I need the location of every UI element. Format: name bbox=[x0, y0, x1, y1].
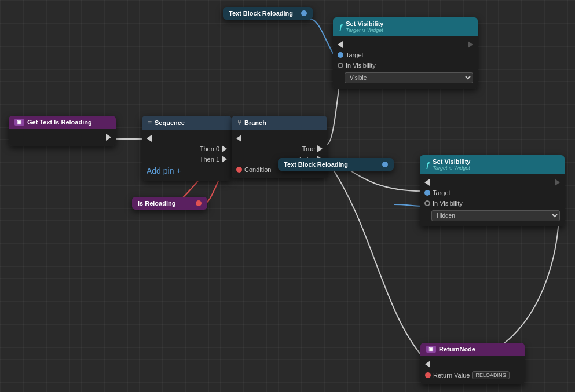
branch-condition-pin bbox=[236, 167, 242, 173]
return-value-badge: RELOADING bbox=[472, 371, 510, 379]
is-reloading-node: Is Reloading bbox=[132, 197, 207, 210]
get-text-header: ▣ Get Text Is Reloading bbox=[9, 116, 116, 129]
textblock-top-node: Text Block Reloading bbox=[223, 7, 313, 20]
branch-true-label: True bbox=[302, 145, 315, 152]
textblock-bottom-out-pin bbox=[382, 162, 388, 167]
sequence-addpin-row[interactable]: Add pin + bbox=[142, 164, 232, 177]
set-vis-bottom-exec-row bbox=[420, 177, 565, 188]
get-text-body bbox=[9, 129, 116, 146]
set-vis-top-subtitle: Target is Widget bbox=[346, 27, 383, 33]
textblock-bottom-header: Text Block Reloading bbox=[278, 158, 394, 171]
set-vis-bottom-subtitle: Target is Widget bbox=[433, 165, 470, 171]
set-vis-bottom-body: Target In Visibility Visible Hidden HitT… bbox=[420, 174, 565, 226]
textblock-bottom-node: Text Block Reloading bbox=[278, 158, 394, 171]
sequence-exec-in-row bbox=[142, 133, 232, 144]
set-vis-bottom-select-row[interactable]: Visible Hidden HitTestInvisible Collapse… bbox=[420, 208, 565, 223]
branch-body: True False Condition bbox=[232, 130, 327, 178]
set-vis-bottom-vis-label: In Visibility bbox=[433, 200, 463, 207]
set-vis-bottom-icon: ƒ bbox=[426, 160, 430, 169]
return-header: ▣ ReturnNode bbox=[420, 343, 525, 356]
sequence-addpin-button[interactable]: Add pin + bbox=[147, 166, 181, 175]
set-vis-top-exec-row bbox=[333, 39, 478, 50]
get-text-title: Get Text Is Reloading bbox=[27, 119, 92, 126]
branch-condition-label: Condition bbox=[244, 166, 271, 173]
return-value-label: Return Value bbox=[433, 372, 470, 379]
return-node: ▣ ReturnNode Return Value RELOADING bbox=[420, 343, 525, 384]
is-reloading-out-pin bbox=[196, 200, 202, 206]
sequence-icon: ≡ bbox=[148, 119, 152, 127]
set-vis-bottom-title: Set Visibility bbox=[433, 158, 470, 165]
set-vis-bottom-target-row: Target bbox=[420, 188, 565, 198]
set-vis-top-node: ƒ Set Visibility Target is Widget Target… bbox=[333, 17, 478, 89]
return-value-pin bbox=[425, 372, 431, 378]
set-vis-bottom-exec-out bbox=[555, 179, 560, 186]
sequence-exec-in-pin bbox=[147, 135, 152, 142]
get-text-output-row bbox=[9, 132, 116, 142]
sequence-then1-row: Then 1 bbox=[142, 154, 232, 164]
sequence-then0-label: Then 0 bbox=[200, 145, 219, 152]
get-text-icon: ▣ bbox=[14, 119, 24, 126]
set-vis-top-header: ƒ Set Visibility Target is Widget bbox=[333, 17, 478, 36]
branch-exec-in-pin bbox=[236, 135, 241, 142]
sequence-then1-label: Then 1 bbox=[200, 156, 219, 163]
get-text-node: ▣ Get Text Is Reloading bbox=[9, 116, 116, 146]
set-vis-bottom-node: ƒ Set Visibility Target is Widget Target… bbox=[420, 155, 565, 226]
set-vis-top-select-row[interactable]: Visible Hidden HitTestInvisible Collapse… bbox=[333, 71, 478, 85]
set-vis-top-title: Set Visibility bbox=[346, 20, 383, 27]
set-vis-bottom-invisibility-row: In Visibility bbox=[420, 198, 565, 208]
set-vis-top-target-row: Target bbox=[333, 50, 478, 60]
sequence-then0-row: Then 0 bbox=[142, 144, 232, 154]
branch-true-row: True bbox=[232, 144, 327, 154]
set-vis-top-icon: ƒ bbox=[339, 23, 343, 31]
branch-exec-in-row bbox=[232, 133, 327, 144]
set-vis-bottom-select[interactable]: Visible Hidden HitTestInvisible Collapse… bbox=[431, 210, 560, 221]
set-vis-top-target-pin bbox=[338, 52, 343, 58]
set-vis-top-body: Target In Visibility Visible Hidden HitT… bbox=[333, 36, 478, 89]
textblock-bottom-title: Text Block Reloading bbox=[284, 161, 348, 168]
textblock-top-out-pin bbox=[301, 10, 307, 16]
set-vis-top-exec-in bbox=[338, 41, 343, 48]
return-exec-in bbox=[425, 361, 430, 368]
sequence-header: ≡ Sequence bbox=[142, 116, 232, 130]
sequence-body: Then 0 Then 1 Add pin + bbox=[142, 130, 232, 181]
sequence-then0-pin bbox=[222, 145, 227, 152]
set-vis-bottom-exec-in bbox=[424, 179, 430, 186]
sequence-then1-pin bbox=[222, 156, 227, 163]
set-vis-top-target-label: Target bbox=[346, 52, 364, 58]
set-vis-bottom-target-label: Target bbox=[433, 189, 451, 196]
return-body: Return Value RELOADING bbox=[420, 356, 525, 384]
return-icon: ▣ bbox=[426, 346, 436, 353]
get-text-exec-out-pin bbox=[106, 134, 111, 141]
branch-icon: ⑂ bbox=[237, 119, 241, 127]
set-vis-bottom-header: ƒ Set Visibility Target is Widget bbox=[420, 155, 565, 174]
set-vis-top-exec-out bbox=[468, 41, 473, 48]
set-vis-top-vis-pin bbox=[338, 63, 343, 68]
set-vis-top-select[interactable]: Visible Hidden HitTestInvisible Collapse… bbox=[345, 72, 473, 83]
return-title: ReturnNode bbox=[439, 346, 475, 353]
branch-title: Branch bbox=[244, 119, 266, 126]
return-exec-row bbox=[420, 359, 525, 369]
is-reloading-title: Is Reloading bbox=[138, 200, 175, 207]
is-reloading-header: Is Reloading bbox=[132, 197, 207, 210]
return-value-row: Return Value RELOADING bbox=[420, 369, 525, 381]
set-vis-top-vis-label: In Visibility bbox=[346, 62, 376, 69]
sequence-node: ≡ Sequence Then 0 Then 1 Add pin + bbox=[142, 116, 232, 181]
set-vis-bottom-target-pin bbox=[424, 190, 430, 196]
set-vis-bottom-vis-pin bbox=[424, 200, 430, 206]
sequence-title: Sequence bbox=[155, 119, 185, 126]
textblock-top-header: Text Block Reloading bbox=[223, 7, 313, 20]
textblock-top-title: Text Block Reloading bbox=[229, 10, 293, 17]
branch-true-pin bbox=[317, 145, 323, 152]
set-vis-top-invisibility-row: In Visibility bbox=[333, 60, 478, 71]
branch-header: ⑂ Branch bbox=[232, 116, 327, 130]
